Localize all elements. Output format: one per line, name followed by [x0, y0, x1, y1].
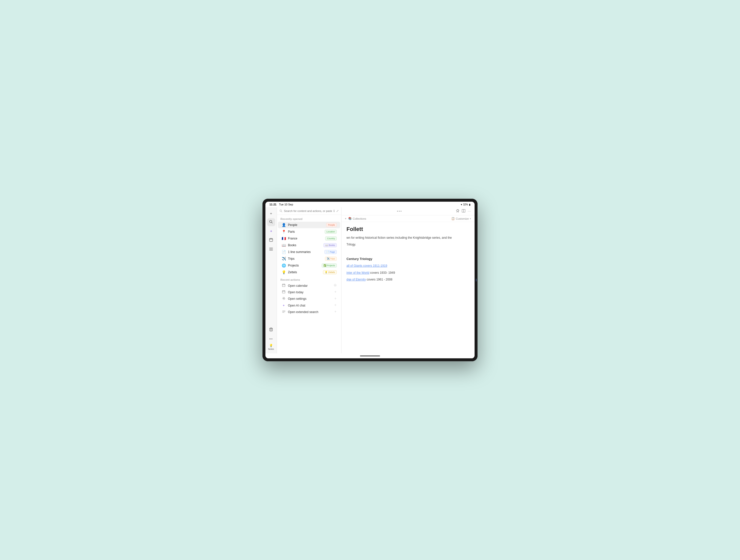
summaries-label: 1 line summaries — [288, 250, 311, 254]
trash-button[interactable] — [267, 326, 275, 334]
people-label: People — [288, 223, 297, 227]
list-item-paris[interactable]: 📍 Paris Location — [278, 228, 340, 235]
list-item-summaries[interactable]: 📄 1 line summaries 📄 Page — [278, 249, 340, 255]
open-ai-label: Open AI chat — [288, 304, 305, 307]
list-item-zettels-left: 💡 Zettels — [281, 270, 297, 274]
recently-opened-title: Recently opened — [277, 215, 341, 221]
notes-label-container[interactable]: 💡 Notes — [268, 344, 274, 350]
collections-icon: 📚 — [348, 217, 352, 220]
list-item-projects[interactable]: 🌐 Projects ✅ Projects — [278, 262, 340, 269]
note-area: Follett wn for writing historical fictio… — [342, 222, 475, 353]
search-button[interactable] — [267, 218, 275, 226]
search-bar: ℹ ⤢ — [277, 207, 341, 215]
status-right: ▾ 32% ▮ — [461, 203, 471, 206]
projects-tag: ✅ Projects — [322, 264, 337, 268]
note-line-2: Trilogy. — [347, 242, 470, 247]
action-open-calendar[interactable]: Open calendar — [278, 282, 340, 289]
calendar-button[interactable] — [267, 236, 275, 244]
device-screen: 11:21 Tue 10 Sep ▾ 32% ▮ + — [265, 202, 475, 358]
note-line-1: wn for writing historical fiction series… — [347, 236, 470, 240]
pin-button[interactable] — [456, 209, 459, 213]
zettels-icon: 💡 — [281, 270, 286, 274]
list-item-people[interactable]: 👤 People People — [278, 222, 340, 228]
dot-3 — [400, 211, 401, 212]
notes-lightbulb-icon: 💡 — [269, 344, 273, 347]
toolbar-right: ··· — [456, 209, 471, 213]
info-button[interactable]: ℹ — [334, 209, 335, 213]
list-item-books-left: 📖 Books — [281, 243, 296, 247]
svg-rect-23 — [282, 291, 285, 293]
open-calendar-icon — [281, 284, 286, 287]
search-icons: ℹ ⤢ — [334, 209, 339, 213]
breadcrumb-collections[interactable]: 📚 Collections — [348, 217, 366, 220]
people-icon: 👤 — [281, 223, 286, 227]
dot-1 — [397, 211, 398, 212]
list-item-france[interactable]: 🇫🇷 France Country — [278, 235, 340, 242]
open-calendar-label: Open calendar — [288, 284, 308, 287]
people-tag: People — [326, 223, 337, 227]
action-open-extended-search[interactable]: Open extended search — [278, 309, 340, 315]
sidebar-top: + ✦ — [267, 209, 275, 325]
list-item-paris-left: 📍 Paris — [281, 230, 295, 234]
note-body: wn for writing historical fiction series… — [347, 236, 470, 282]
breadcrumb-bar: ▾ 📚 Collections 📋 Customize ▾ — [342, 215, 475, 222]
list-item-zettels[interactable]: 💡 Zettels 💡 Zettels — [278, 269, 340, 276]
search-bar-icon — [279, 209, 282, 212]
home-indicator — [360, 356, 380, 356]
customize-label: Customize — [456, 217, 469, 220]
open-extended-search-label: Open extended search — [288, 310, 318, 314]
status-bar: 11:21 Tue 10 Sep ▾ 32% ▮ — [265, 202, 475, 207]
add-button[interactable]: + — [267, 209, 275, 217]
books-icon: 📖 — [281, 243, 286, 247]
trips-tag: ✈️ Trips — [325, 257, 337, 261]
list-item-books[interactable]: 📖 Books 📖 Books — [278, 242, 340, 249]
giants-link[interactable]: all of Giants covers 1911-1919 — [347, 264, 387, 268]
projects-label: Projects — [288, 264, 299, 267]
paris-icon: 📍 — [281, 230, 286, 234]
action-settings-shortcut-icon — [334, 297, 337, 301]
summaries-tag: 📄 Page — [325, 250, 337, 254]
calendar-icon — [269, 238, 273, 243]
list-item-trips[interactable]: ✈️ Trips ✈️ Trips — [278, 256, 340, 262]
expand-button[interactable]: ⤢ — [336, 209, 339, 213]
action-search-shortcut-icon — [334, 310, 337, 314]
status-date: Tue 10 Sep — [279, 203, 293, 206]
note-link-1: all of Giants covers 1911-1919 — [347, 264, 470, 268]
dots-menu[interactable] — [397, 211, 401, 212]
recent-actions-section: Recent actions Open c — [277, 276, 341, 353]
trash-icon — [269, 328, 273, 332]
note-heading: Century Triology — [347, 257, 470, 262]
status-time: 11:21 — [269, 203, 276, 206]
split-view-button[interactable] — [462, 209, 465, 213]
action-open-ai-left: ✦ Open AI chat — [281, 304, 305, 307]
ai-button[interactable]: ✦ — [267, 227, 275, 235]
list-button[interactable] — [267, 245, 275, 253]
action-open-ai[interactable]: ✦ Open AI chat — [278, 302, 340, 308]
list-icon — [269, 247, 273, 252]
svg-line-1 — [272, 222, 273, 223]
ipad-device: 11:21 Tue 10 Sep ▾ 32% ▮ + — [262, 199, 478, 361]
edge-link[interactable]: dge of Eternity — [347, 278, 366, 281]
action-open-today[interactable]: Open today — [278, 289, 340, 295]
main-content: ··· ▾ 📚 Collections 📋 Customize — [342, 207, 475, 353]
books-tag: 📖 Books — [323, 243, 337, 247]
winter-link[interactable]: inter of the World — [347, 271, 369, 275]
customize-button[interactable]: 📋 Customize ▾ — [451, 217, 471, 220]
app-layout: + ✦ — [265, 207, 475, 353]
paris-tag: Location — [325, 230, 337, 234]
projects-icon: 🌐 — [281, 264, 286, 268]
zettels-tag: 💡 Zettels — [323, 270, 337, 274]
overflow-menu-button[interactable]: ··· — [468, 209, 471, 213]
open-settings-icon — [281, 297, 286, 301]
collections-label: Collections — [353, 217, 366, 220]
more-button[interactable]: ••• — [267, 335, 275, 343]
action-open-settings[interactable]: Open settings — [278, 295, 340, 302]
search-input[interactable] — [284, 209, 332, 212]
svg-rect-2 — [269, 239, 273, 242]
france-flag-icon: 🇫🇷 — [281, 237, 286, 241]
trips-icon: ✈️ — [281, 257, 286, 261]
customize-chevron: ▾ — [470, 217, 471, 220]
svg-point-27 — [283, 298, 284, 299]
breadcrumb-dropdown[interactable]: ▾ — [345, 217, 346, 220]
open-settings-label: Open settings — [288, 297, 306, 300]
